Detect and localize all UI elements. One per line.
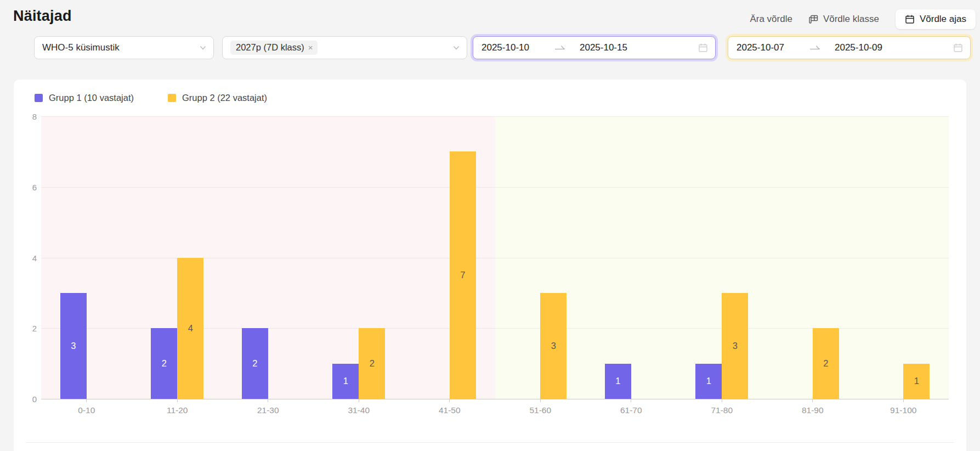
class-tag-label: 2027p (7D klass) [236, 42, 304, 53]
x-axis-tick [767, 399, 858, 402]
x-axis-label-31-40: 31-40 [314, 405, 405, 415]
y-axis-tick-label: 8 [16, 112, 37, 121]
questionnaire-select[interactable]: WHO-5 küsimustik [34, 36, 214, 59]
bar-value-label: 1 [914, 376, 919, 386]
bar-value-label: 3 [71, 341, 76, 351]
x-axis-label-61-70: 61-70 [586, 405, 677, 415]
x-axis-tick [858, 399, 949, 402]
bar-grupp-2-11-20[interactable]: 4 [177, 258, 203, 399]
range2-end-date[interactable]: 2025-10-09 [835, 42, 882, 53]
legend-swatch-purple [35, 94, 43, 102]
segmented-option-no-compare[interactable]: Ära võrdle [750, 14, 792, 25]
bar-grupp-2-81-90[interactable]: 2 [813, 328, 839, 399]
class-select[interactable]: 2027p (7D klass) × [222, 36, 467, 59]
bar-grupp-2-41-50[interactable]: 7 [450, 151, 476, 399]
x-axis-tick [223, 399, 314, 402]
bar-group-0-10: 3 [41, 116, 132, 399]
bar-grupp-1-11-20[interactable]: 2 [151, 328, 177, 399]
card-divider [26, 442, 954, 443]
x-axis-labels: 0-1011-2021-3031-4041-5051-6061-7071-808… [41, 405, 949, 415]
x-axis-label-51-60: 51-60 [495, 405, 586, 415]
legend-item-group1[interactable]: Grupp 1 (10 vastajat) [35, 93, 134, 103]
x-axis-tick [677, 399, 768, 402]
bar-slot: 3 [540, 116, 567, 399]
tag-remove-icon[interactable]: × [308, 43, 313, 52]
bar-grupp-1-71-80[interactable]: 1 [695, 364, 722, 399]
y-axis-labels: 02468 [16, 116, 37, 399]
x-axis-tick [41, 399, 132, 402]
bar-slot: 4 [177, 116, 203, 399]
range1-end-date[interactable]: 2025-10-15 [580, 42, 627, 53]
date-range-picker-group1[interactable]: 2025-10-10 2025-10-15 [473, 36, 716, 59]
bar-group-51-60: 3 [495, 116, 586, 399]
segmented-option-label: Võrdle ajas [920, 14, 966, 25]
filter-row: WHO-5 küsimustik 2027p (7D klass) × 2025… [0, 36, 980, 59]
y-axis-tick-label: 6 [16, 182, 37, 191]
questionnaire-select-value: WHO-5 küsimustik [42, 42, 199, 53]
bar-slot: 2 [151, 116, 177, 399]
bar-slot [786, 116, 813, 399]
bar-slot: 2 [359, 116, 385, 399]
x-axis-label-0-10: 0-10 [41, 405, 132, 415]
x-axis-ticks [41, 399, 949, 402]
bar-grupp-2-91-100[interactable]: 1 [903, 364, 930, 399]
segmented-option-compare-classes[interactable]: Võrdle klasse [809, 14, 879, 25]
legend-item-group2[interactable]: Grupp 2 (22 vastajat) [168, 93, 267, 103]
bar-value-label: 2 [252, 358, 257, 369]
bar-value-label: 2 [823, 358, 828, 369]
bar-slot [87, 116, 113, 399]
segmented-option-compare-time[interactable]: Võrdle ajas [896, 9, 976, 29]
chevron-down-icon [452, 44, 460, 52]
y-axis-tick-label: 2 [16, 324, 37, 333]
bar-grupp-1-0-10[interactable]: 3 [60, 293, 87, 399]
bar-slot: 3 [722, 116, 748, 399]
bar-grupp-1-21-30[interactable]: 2 [242, 328, 268, 399]
bar-slot: 1 [695, 116, 722, 399]
segmented-option-label: Võrdle klasse [823, 14, 879, 25]
bar-grupp-2-31-40[interactable]: 2 [359, 328, 385, 399]
bar-group-21-30: 2 [223, 116, 314, 399]
chevron-down-icon [199, 44, 207, 52]
x-axis-tick [586, 399, 677, 402]
x-axis-tick [404, 399, 495, 402]
bar-slot: 2 [813, 116, 839, 399]
range2-start-date[interactable]: 2025-10-07 [737, 42, 784, 53]
bar-grupp-2-71-80[interactable]: 3 [722, 293, 748, 399]
calendar-icon [698, 43, 708, 53]
bar-slot: 3 [60, 116, 87, 399]
bar-grupp-2-51-60[interactable]: 3 [540, 293, 567, 399]
bar-group-31-40: 12 [314, 116, 405, 399]
bar-slot [268, 116, 294, 399]
bar-value-label: 3 [733, 341, 738, 351]
bar-slot: 1 [332, 116, 359, 399]
range1-start-date[interactable]: 2025-10-10 [481, 42, 529, 53]
bar-slot: 2 [242, 116, 268, 399]
x-axis-label-41-50: 41-50 [404, 405, 495, 415]
bar-group-41-50: 7 [404, 116, 495, 399]
legend-label: Grupp 1 (10 vastajat) [49, 93, 134, 103]
bar-slot: 1 [605, 116, 631, 399]
x-axis-label-11-20: 11-20 [132, 405, 223, 415]
bar-slot [423, 116, 450, 399]
calendar-icon [953, 43, 963, 53]
bar-value-label: 4 [188, 323, 193, 334]
bar-grupp-1-31-40[interactable]: 1 [332, 364, 359, 399]
bar-value-label: 3 [551, 341, 556, 351]
bar-group-71-80: 13 [677, 116, 768, 399]
legend-swatch-yellow [168, 94, 176, 102]
y-axis-tick-label: 0 [16, 394, 37, 404]
bar-slot: 7 [450, 116, 476, 399]
x-axis-label-91-100: 91-100 [858, 405, 949, 415]
bar-group-81-90: 2 [767, 116, 858, 399]
chart-card: Grupp 1 (10 vastajat) Grupp 2 (22 vastaj… [14, 80, 966, 451]
bar-value-label: 2 [370, 358, 375, 369]
bar-slot [877, 116, 903, 399]
chart-legend: Grupp 1 (10 vastajat) Grupp 2 (22 vastaj… [35, 93, 301, 103]
bar-groups: 3242127311321 [41, 116, 949, 399]
date-range-picker-group2[interactable]: 2025-10-07 2025-10-09 [728, 36, 971, 59]
bar-grupp-1-61-70[interactable]: 1 [605, 364, 631, 399]
bar-value-label: 1 [343, 376, 348, 386]
bar-chart-plot-area: 02468 0-1011-2021-3031-4041-5051-6061-70… [41, 116, 949, 399]
class-tag: 2027p (7D klass) × [230, 41, 318, 55]
bar-slot [514, 116, 540, 399]
